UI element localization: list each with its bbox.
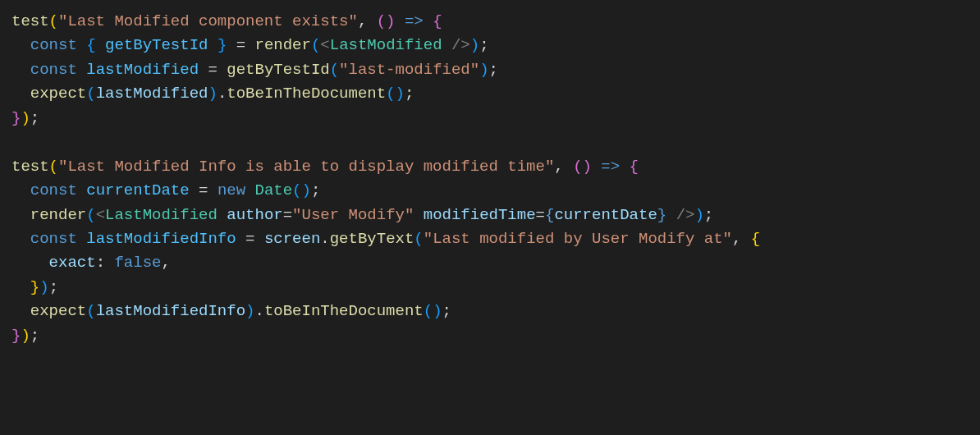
token-function: expect [30,302,86,320]
token-type: Date [255,181,293,199]
token-brace: } [11,327,21,345]
token-paren: ( [86,85,95,103]
token-string: "Last modified by User Modify at" [424,230,732,248]
token-component: LastModified [105,206,218,224]
token-paren: ) [208,85,217,103]
code-line: const lastModified = getByTestId("last-m… [11,61,498,79]
token-semi: ; [311,181,320,199]
token-dot: . [218,85,227,103]
code-line: test("Last Modified Info is able to disp… [11,158,639,176]
token-semi: ; [405,85,414,103]
token-dot: . [320,230,329,248]
token-keyword: const [30,181,77,199]
token-brace: } [30,278,39,296]
token-jsx: < [96,206,105,224]
token-variable: currentDate [86,181,189,199]
token-function: render [30,206,86,224]
token-comma: , [554,158,573,176]
token-attr: modifiedTime [424,206,536,224]
token-paren: ) [583,158,592,176]
code-line: }); [11,278,58,296]
token-variable: getByTestId [105,36,208,54]
token-paren: ( [377,12,386,30]
code-line: }); [11,327,39,345]
token-brace: } [657,206,666,224]
token-function: getByTestId [227,61,329,79]
token-jsx: < [320,36,329,54]
token-paren: ( [424,302,433,320]
token-brace: { [545,206,554,224]
code-line: test("Last Modified component exists", (… [11,12,442,30]
token-semi: ; [49,278,58,296]
token-dot: . [254,302,263,320]
token-semi: ; [704,206,713,224]
token-paren: ) [302,181,311,199]
token-paren: ) [21,327,30,345]
token-paren: ) [245,302,254,320]
token-eq: = [199,181,208,199]
token-paren: ( [330,61,339,79]
token-variable: lastModified [86,61,199,79]
token-eq: = [236,36,245,54]
token-paren: ) [470,36,479,54]
token-paren: ) [39,278,48,296]
token-semi: ; [479,36,488,54]
token-eq: = [245,230,254,248]
token-function: expect [30,85,86,103]
token-string: "Last Modified component exists" [58,12,358,30]
token-object: screen [264,230,320,248]
token-string: "Last Modified Info is able to display m… [58,158,554,176]
code-line: expect(lastModified).toBeInTheDocument()… [11,85,414,103]
token-function: getByText [330,230,414,248]
code-line: render(<LastModified author="User Modify… [11,206,713,224]
token-paren: ) [386,12,395,30]
code-line: }); [11,109,39,127]
token-brace: { [630,158,639,176]
token-paren: ) [694,206,703,224]
token-string: "User Modify" [292,206,414,224]
token-paren: ( [86,302,95,320]
token-paren: ) [479,61,488,79]
token-comma: , [358,12,377,30]
token-brace: { [433,12,442,30]
token-paren: ) [21,109,30,127]
token-boolean: false [114,254,161,272]
token-paren: ) [396,85,405,103]
token-variable: lastModified [96,85,208,103]
token-keyword: const [30,230,77,248]
token-arrow: => [405,12,424,30]
token-brace: { [751,230,760,248]
token-attr: author [227,206,282,224]
token-variable: lastModifiedInfo [96,302,245,320]
token-colon: : [96,254,105,272]
token-brace: } [11,109,21,127]
token-variable: lastModifiedInfo [86,230,236,248]
token-paren: ( [49,158,58,176]
token-jsx: /> [676,206,695,224]
token-variable: currentDate [554,206,657,224]
token-comma: , [732,230,741,248]
code-editor[interactable]: test("Last Modified component exists", (… [0,0,980,358]
code-line: exact: false, [11,254,171,272]
code-line-blank [11,133,21,151]
token-eq: = [283,206,292,224]
token-function: toBeInTheDocument [227,85,386,103]
token-function: test [11,12,49,30]
token-property: exact [49,254,96,272]
token-brace: } [218,36,227,54]
token-arrow: => [601,158,620,176]
token-paren: ( [292,181,301,199]
token-component: LastModified [330,36,442,54]
token-keyword: new [218,181,245,199]
code-line: expect(lastModifiedInfo).toBeInTheDocume… [11,302,451,320]
code-line: const lastModifiedInfo = screen.getByTex… [11,230,760,248]
token-semi: ; [489,61,498,79]
token-paren: ( [49,12,58,30]
token-semi: ; [30,109,39,127]
token-function: render [255,36,311,54]
token-keyword: const [30,36,77,54]
token-paren: ( [311,36,320,54]
token-string: "last-modified" [339,61,479,79]
token-function: test [11,158,49,176]
token-paren: ) [433,302,442,320]
